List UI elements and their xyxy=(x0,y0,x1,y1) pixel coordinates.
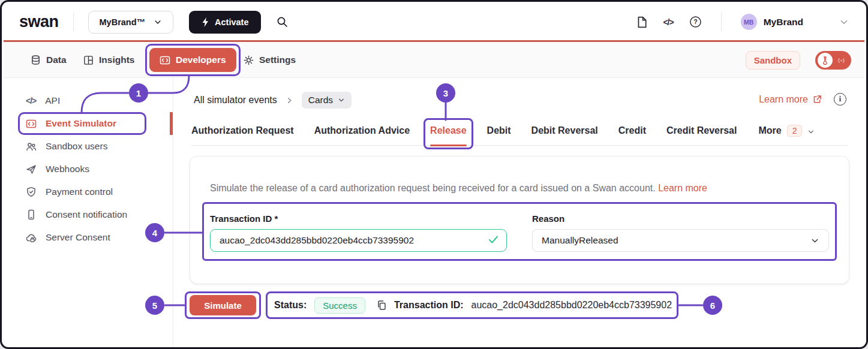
learn-more-label: Learn more xyxy=(759,94,808,105)
sidebar-item-label: Webhooks xyxy=(46,164,89,174)
more-label: More xyxy=(758,124,781,136)
sidebar-item-label: Sandbox users xyxy=(46,141,107,152)
document-icon[interactable] xyxy=(636,16,647,28)
info-icon[interactable]: i xyxy=(834,93,846,106)
nav-item-insights[interactable]: Insights xyxy=(83,42,134,78)
external-link-icon xyxy=(813,95,822,104)
nav-item-developers[interactable]: Developers xyxy=(149,48,236,72)
swan-logo: swan xyxy=(19,13,59,31)
form-description-text: Simulate the release of a card authoriza… xyxy=(210,183,656,193)
description-learn-more-link[interactable]: Learn more xyxy=(658,183,707,193)
cloud-lock-icon xyxy=(26,233,37,243)
sidebar-item-api[interactable]: </> API xyxy=(4,89,173,112)
transaction-id-field-group: Transaction ID * xyxy=(210,213,507,252)
help-icon[interactable]: ? xyxy=(689,16,702,28)
form-description: Simulate the release of a card authoriza… xyxy=(210,183,829,194)
transaction-id-input[interactable] xyxy=(210,229,507,252)
tab-authorization-request[interactable]: Authorization Request xyxy=(191,124,294,145)
form-fields-row: Transaction ID * Reason ManuallyReleased xyxy=(210,213,829,252)
flask-icon xyxy=(818,53,833,68)
nav-item-settings[interactable]: Settings xyxy=(244,42,296,78)
simulate-button[interactable]: Simulate xyxy=(190,295,256,315)
account-chevron-down-icon[interactable] xyxy=(839,17,849,27)
status-badge: Success xyxy=(314,297,365,314)
avatar: MB xyxy=(741,14,757,30)
sidebar-item-consent-notification[interactable]: Consent notification xyxy=(4,203,173,226)
tab-authorization-advice[interactable]: Authorization Advice xyxy=(314,124,410,145)
lightning-icon xyxy=(201,17,209,27)
search-icon[interactable] xyxy=(277,16,288,28)
header-divider xyxy=(73,13,74,31)
gear-icon xyxy=(244,55,254,65)
sidebar-item-label: API xyxy=(45,95,60,106)
tab-release[interactable]: Release xyxy=(430,124,467,145)
simulation-result: Status: Success Transaction ID: aucao_2d… xyxy=(266,291,678,319)
status-label: Status: xyxy=(274,300,307,311)
breadcrumb: All simulator events Cards xyxy=(194,92,352,109)
active-indicator-bar xyxy=(170,112,173,135)
shield-check-icon xyxy=(26,186,37,197)
sidebar-item-label: Payment control xyxy=(46,186,113,197)
tab-more[interactable]: More 2 xyxy=(758,124,815,145)
nav-label: Settings xyxy=(259,55,296,65)
active-tab-underline xyxy=(430,145,467,146)
tab-release-label: Release xyxy=(430,125,467,136)
api-code-icon: </> xyxy=(26,96,36,106)
app-window: swan MyBrand™ Activate </> ? xyxy=(0,0,868,349)
reason-select[interactable]: ManuallyReleased xyxy=(532,229,829,252)
sidebar-item-label: Server Consent xyxy=(46,232,110,243)
developers-icon xyxy=(160,55,170,65)
event-simulator-icon xyxy=(26,119,37,129)
nav-label: Developers xyxy=(176,55,226,65)
code-glyph: </> xyxy=(663,17,673,27)
sidebar-item-event-simulator[interactable]: Event Simulator xyxy=(4,112,173,135)
users-icon xyxy=(26,142,37,152)
chevron-down-icon xyxy=(338,97,345,104)
nav-label: Data xyxy=(46,55,67,65)
learn-more-link[interactable]: Learn more xyxy=(759,94,822,105)
sandbox-badge[interactable]: Sandbox xyxy=(746,51,800,70)
tab-debit-reversal[interactable]: Debit Reversal xyxy=(531,124,598,145)
transaction-id-label: Transaction ID * xyxy=(210,213,507,224)
activate-label: Activate xyxy=(215,17,248,27)
sidebar-item-label: Consent notification xyxy=(46,209,127,220)
code-icon[interactable]: </> xyxy=(663,17,673,27)
account-name: MyBrand xyxy=(764,17,803,28)
chevron-down-icon xyxy=(154,18,162,26)
header-actions: </> ? MB MyBrand xyxy=(636,13,849,31)
live-signal-icon xyxy=(836,56,846,65)
page-actions: Learn more i xyxy=(759,93,846,106)
breadcrumb-root[interactable]: All simulator events xyxy=(194,95,277,106)
header-divider-2 xyxy=(721,13,722,31)
sidebar-item-webhooks[interactable]: Webhooks xyxy=(4,158,173,180)
sidebar-item-sandbox-users[interactable]: Sandbox users xyxy=(4,135,173,158)
sidebar-item-server-consent[interactable]: Server Consent xyxy=(4,226,173,249)
environment-toggle[interactable] xyxy=(815,51,851,70)
tab-credit[interactable]: Credit xyxy=(618,124,646,145)
breadcrumb-current-label: Cards xyxy=(308,95,333,106)
reason-label: Reason xyxy=(532,213,829,224)
copy-icon[interactable] xyxy=(377,300,386,311)
project-selector-label: MyBrand™ xyxy=(100,17,146,27)
grid-icon xyxy=(83,55,94,65)
chevron-down-icon xyxy=(807,128,815,136)
more-count-badge: 2 xyxy=(787,125,803,137)
sidebar-item-payment-control[interactable]: Payment control xyxy=(4,180,173,203)
chevron-right-icon xyxy=(286,97,293,104)
smartphone-icon xyxy=(26,209,37,220)
tab-debit[interactable]: Debit xyxy=(487,124,511,145)
top-header: swan MyBrand™ Activate </> ? xyxy=(4,4,864,40)
event-tabs: Authorization Request Authorization Advi… xyxy=(191,124,848,146)
reason-field-group: Reason ManuallyReleased xyxy=(532,213,829,252)
svg-text:?: ? xyxy=(693,18,697,25)
project-selector[interactable]: MyBrand™ xyxy=(88,11,174,34)
nav-item-data[interactable]: Data xyxy=(31,42,67,78)
database-icon xyxy=(31,55,41,65)
activate-button[interactable]: Activate xyxy=(189,11,260,34)
account-menu[interactable]: MB MyBrand xyxy=(741,14,803,30)
sidebar-item-label: Event Simulator xyxy=(46,118,116,129)
result-transaction-id-value: aucao_2dc043dd285bbd0220eb4ccb73395902 xyxy=(471,300,672,311)
tab-credit-reversal[interactable]: Credit Reversal xyxy=(666,124,737,145)
breadcrumb-current-dropdown[interactable]: Cards xyxy=(302,92,352,109)
main-content: All simulator events Cards Learn more i … xyxy=(173,79,864,345)
